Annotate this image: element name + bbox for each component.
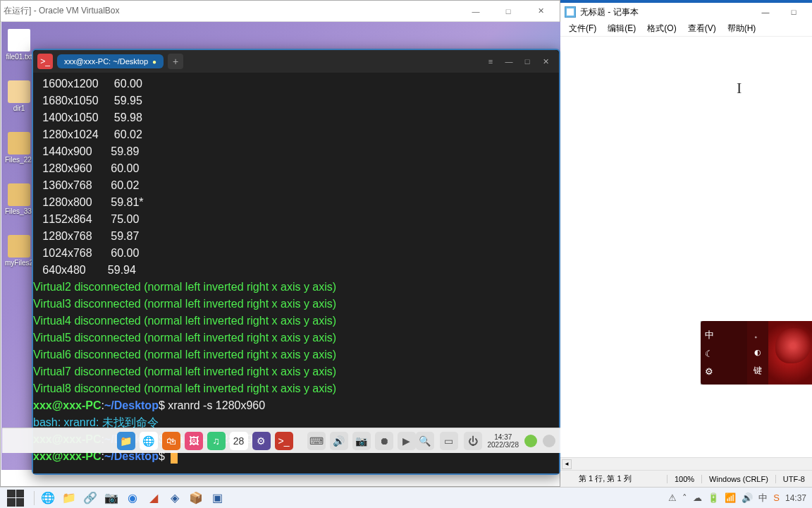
dock-status-icon[interactable] bbox=[524, 435, 537, 447]
mode-line: 1400x1050 59.98 bbox=[33, 109, 559, 126]
vbox-minimize-button[interactable]: — bbox=[460, 1, 492, 21]
dock-music-icon[interactable]: ♫ bbox=[207, 432, 226, 450]
notepad-menubar: 文件(F)编辑(E)格式(O)查看(V)帮助(H) bbox=[560, 21, 812, 37]
disconnected-line: Virtual5 disconnected (normal left inver… bbox=[33, 329, 559, 346]
guest-desktop[interactable]: file01.txtdir1Files_222.arFiles_333myFil… bbox=[1, 22, 560, 470]
dock-record-icon[interactable]: ⏺ bbox=[375, 432, 393, 450]
dock-search-icon[interactable]: 🔍 bbox=[416, 432, 434, 450]
terminal-close-button[interactable]: ✕ bbox=[536, 52, 555, 71]
ime-punct-icon[interactable]: 。 bbox=[754, 329, 762, 340]
dock-power-icon[interactable]: ⏻ bbox=[464, 432, 482, 450]
taskbar-share-icon[interactable]: 🔗 bbox=[80, 489, 101, 507]
windows-taskbar: 🌐 📁 🔗 📷 ◉ ◢ ◈ 📦 ▣ ⚠ ˄ ☁ 🔋 📶 🔊 中 S 14:37 bbox=[0, 487, 812, 508]
taskbar-explorer-icon[interactable]: 📁 bbox=[59, 489, 80, 507]
taskbar-camera-icon[interactable]: 📷 bbox=[101, 489, 122, 507]
dock-browser-icon[interactable]: 🌐 bbox=[140, 432, 158, 450]
tray-volume-icon[interactable]: 🔊 bbox=[742, 492, 753, 503]
terminal-tab[interactable]: xxx@xxx-PC: ~/Desktop ● bbox=[57, 54, 164, 68]
disconnected-line: Virtual8 disconnected (normal left inver… bbox=[33, 380, 559, 397]
terminal-titlebar[interactable]: >_ xxx@xxx-PC: ~/Desktop ● + ≡ — □ ✕ bbox=[33, 50, 559, 73]
ime-gear-icon[interactable]: ⚙ bbox=[705, 366, 743, 377]
text-cursor-icon: I bbox=[737, 79, 742, 97]
notepad-horizontal-scrollbar[interactable]: ◄ bbox=[560, 457, 812, 470]
disconnected-line: Virtual6 disconnected (normal left inver… bbox=[33, 346, 559, 363]
disconnected-line: Virtual4 disconnected (normal left inver… bbox=[33, 313, 559, 329]
dock-settings-icon[interactable]: ⚙ bbox=[252, 432, 271, 450]
ime-key-label[interactable]: 键 bbox=[753, 365, 762, 377]
desktop-icon-myFiles2.ar.gz[interactable]: myFiles2.ar.gz bbox=[5, 235, 33, 267]
terminal-tab-close-icon[interactable]: ● bbox=[152, 58, 156, 66]
vbox-titlebar[interactable]: 在运行] - Oracle VM VirtualBox — □ ✕ bbox=[1, 1, 560, 22]
mode-line: 1440x900 59.89 bbox=[33, 143, 559, 160]
ime-moon-icon[interactable]: ☾ bbox=[705, 349, 743, 359]
tray-chevron-up-icon[interactable]: ˄ bbox=[682, 492, 687, 503]
mode-line: 1024x768 60.00 bbox=[33, 245, 559, 262]
desktop-icon-Files_333[interactable]: Files_333 bbox=[5, 183, 33, 215]
dock-keyboard-icon[interactable]: ⌨ bbox=[307, 432, 326, 450]
notepad-minimize-button[interactable]: — bbox=[751, 4, 780, 20]
tray-battery-icon[interactable]: 🔋 bbox=[708, 492, 719, 503]
vbox-maximize-button[interactable]: □ bbox=[492, 1, 524, 21]
dock-play-icon[interactable]: ▶ bbox=[398, 432, 416, 450]
taskbar-app4-icon[interactable]: 📦 bbox=[185, 489, 207, 507]
notepad-text-area[interactable]: I bbox=[560, 37, 812, 457]
notepad-maximize-button[interactable]: □ bbox=[780, 4, 808, 20]
icon-label: file01.txt bbox=[5, 53, 33, 61]
tray-wifi-icon[interactable]: 📶 bbox=[725, 492, 736, 503]
virtualbox-window: 在运行] - Oracle VM VirtualBox — □ ✕ file01… bbox=[0, 0, 560, 487]
taskbar-app1-icon[interactable]: ◉ bbox=[122, 489, 143, 507]
dock-store-icon[interactable]: 🛍 bbox=[162, 432, 180, 450]
mode-line: 1280x1024 60.02 bbox=[33, 126, 559, 143]
ime-floating-panel[interactable]: 中 ☾ ⚙ 。 ◐ 键 bbox=[701, 321, 812, 385]
menu-查看(V)[interactable]: 查看(V) bbox=[682, 21, 722, 36]
menu-编辑(E)[interactable]: 编辑(E) bbox=[602, 21, 641, 36]
vbox-title: 在运行] - Oracle VM VirtualBox bbox=[4, 5, 460, 17]
terminal-maximize-button[interactable]: □ bbox=[518, 52, 536, 71]
notepad-titlebar[interactable]: 无标题 - 记事本 — □ bbox=[560, 3, 812, 21]
tray-ime-icon[interactable]: 中 bbox=[758, 492, 768, 504]
scroll-left-icon[interactable]: ◄ bbox=[562, 459, 572, 469]
mode-line: 1280x768 59.87 bbox=[33, 228, 559, 245]
taskbar-app3-icon[interactable]: ◈ bbox=[164, 489, 185, 507]
terminal-new-tab-button[interactable]: + bbox=[168, 54, 183, 69]
menu-格式(O)[interactable]: 格式(O) bbox=[641, 21, 682, 36]
notepad-title: 无标题 - 记事本 bbox=[580, 6, 751, 18]
tar-icon bbox=[8, 235, 30, 258]
disconnected-line: Virtual3 disconnected (normal left inver… bbox=[33, 296, 559, 313]
dock-clock[interactable]: 14:37 2022/3/28 bbox=[488, 433, 519, 449]
prompt-line: xxx@xxx-PC:~/Desktop$ xranrd -s 1280x960 bbox=[33, 397, 559, 414]
dock-calendar-icon[interactable]: 28 bbox=[230, 432, 248, 450]
mode-line: 1280x800 59.81* bbox=[33, 194, 559, 211]
mode-line: 1360x768 60.02 bbox=[33, 177, 559, 194]
tray-clock[interactable]: 14:37 bbox=[785, 493, 806, 503]
tray-warning-icon[interactable]: ⚠ bbox=[668, 492, 677, 503]
terminal-body[interactable]: 1600x1200 60.00 1680x1050 59.95 1400x105… bbox=[33, 73, 559, 473]
notepad-window: 无标题 - 记事本 — □ 文件(F)编辑(E)格式(O)查看(V)帮助(H) … bbox=[560, 0, 812, 487]
dock-screenshot-icon[interactable]: 📷 bbox=[352, 432, 371, 450]
desktop-icon-Files_222.ar[interactable]: Files_222.ar bbox=[5, 132, 33, 164]
terminal-tab-label: xxx@xxx-PC: ~/Desktop bbox=[64, 57, 148, 66]
menu-帮助(H)[interactable]: 帮助(H) bbox=[722, 21, 762, 36]
mode-line: 640x480 59.94 bbox=[33, 262, 559, 279]
ime-mode-label[interactable]: 中 bbox=[705, 329, 743, 341]
terminal-minimize-button[interactable]: — bbox=[500, 52, 518, 71]
menu-文件(F)[interactable]: 文件(F) bbox=[563, 21, 602, 36]
dock-volume-icon[interactable]: 🔊 bbox=[330, 432, 348, 450]
mode-line: 1680x1050 59.95 bbox=[33, 92, 559, 109]
dock-files-icon[interactable]: 📁 bbox=[117, 432, 135, 450]
tray-onedrive-icon[interactable]: ☁ bbox=[693, 492, 702, 503]
vbox-close-button[interactable]: ✕ bbox=[524, 1, 557, 21]
terminal-menu-button[interactable]: ≡ bbox=[481, 52, 500, 71]
tray-sogou-icon[interactable]: S bbox=[773, 492, 780, 503]
dock-photos-icon[interactable]: 🖼 bbox=[185, 432, 203, 450]
ime-width-icon[interactable]: ◐ bbox=[754, 348, 761, 357]
taskbar-virtualbox-icon[interactable]: ▣ bbox=[207, 489, 228, 507]
start-button[interactable] bbox=[7, 490, 24, 507]
dock-terminal-icon[interactable]: >_ bbox=[275, 432, 293, 450]
taskbar-app2-icon[interactable]: ◢ bbox=[143, 489, 164, 507]
desktop-icon-dir1[interactable]: dir1 bbox=[5, 80, 33, 112]
dock-notification-icon[interactable] bbox=[543, 435, 555, 447]
dock-multitask-icon[interactable]: ▭ bbox=[440, 432, 458, 450]
desktop-icon-file01.txt[interactable]: file01.txt bbox=[5, 29, 33, 61]
taskbar-edge-icon[interactable]: 🌐 bbox=[37, 489, 59, 507]
